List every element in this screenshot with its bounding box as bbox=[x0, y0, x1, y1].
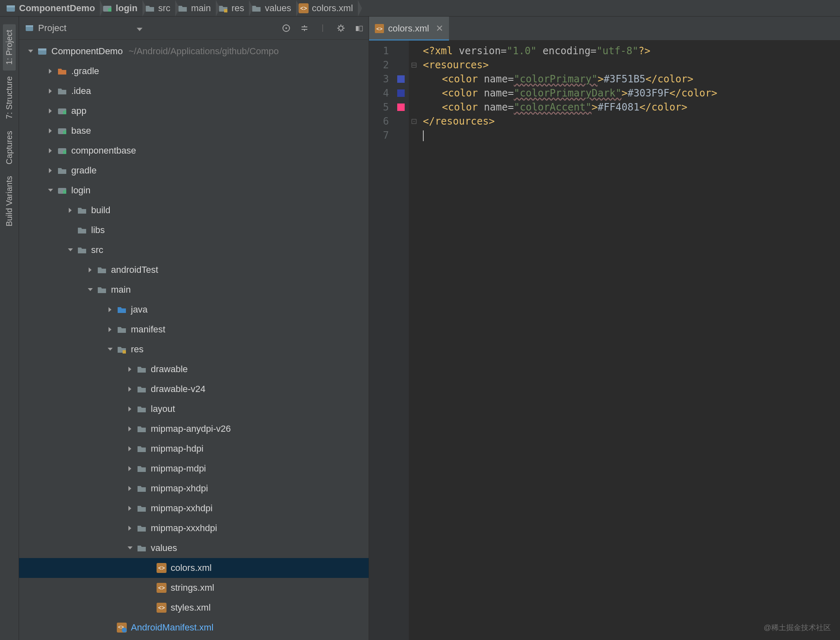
expand-arrow-icon[interactable] bbox=[65, 207, 75, 214]
editor-tab-colors[interactable]: <> colors.xml ✕ bbox=[369, 17, 449, 40]
expand-arrow-icon[interactable] bbox=[46, 128, 56, 134]
target-icon[interactable] bbox=[281, 23, 292, 34]
breadcrumb-item[interactable]: login bbox=[100, 0, 142, 16]
close-icon[interactable]: ✕ bbox=[436, 23, 443, 34]
expand-arrow-icon[interactable] bbox=[46, 167, 56, 174]
tree-node[interactable]: base bbox=[19, 121, 369, 141]
tree-node[interactable]: <>colors.xml bbox=[19, 558, 369, 578]
expand-arrow-icon[interactable] bbox=[46, 108, 56, 114]
tool-tab[interactable]: Captures bbox=[3, 125, 16, 170]
tool-tab[interactable]: 7: Structure bbox=[3, 70, 16, 125]
tool-tab[interactable]: Build Variants bbox=[3, 170, 16, 232]
expand-arrow-icon[interactable] bbox=[125, 525, 135, 532]
expand-arrow-icon[interactable] bbox=[145, 604, 155, 611]
expand-arrow-icon[interactable] bbox=[105, 624, 115, 631]
tool-window-tabs: 1: Project7: StructureCapturesBuild Vari… bbox=[0, 17, 19, 640]
tree-node[interactable]: ComponentDemo~/Android/Applications/gith… bbox=[19, 41, 369, 61]
expand-arrow-icon[interactable] bbox=[26, 48, 36, 55]
color-swatch-icon[interactable] bbox=[397, 103, 405, 111]
tree-node[interactable]: java bbox=[19, 300, 369, 320]
expand-arrow-icon[interactable] bbox=[125, 505, 135, 512]
collapse-all-icon[interactable] bbox=[299, 23, 310, 34]
tree-node[interactable]: mipmap-mdpi bbox=[19, 459, 369, 479]
project-view-selector[interactable]: Project bbox=[38, 23, 142, 34]
expand-arrow-icon[interactable] bbox=[125, 386, 135, 392]
expand-arrow-icon[interactable] bbox=[46, 88, 56, 94]
expand-arrow-icon[interactable] bbox=[125, 366, 135, 373]
tree-node[interactable]: login bbox=[19, 180, 369, 200]
tree-node[interactable]: mipmap-xxxhdpi bbox=[19, 518, 369, 538]
code-content[interactable]: <?xml version="1.0" encoding="utf-8"?> <… bbox=[419, 41, 840, 640]
line-number-gutter[interactable]: 1234567 bbox=[369, 41, 393, 640]
tree-node[interactable]: drawable bbox=[19, 359, 369, 379]
tree-node-label: mipmap-anydpi-v26 bbox=[151, 423, 231, 434]
svg-point-11 bbox=[285, 27, 287, 29]
color-swatch-icon[interactable] bbox=[397, 75, 405, 83]
tree-node[interactable]: .gradle bbox=[19, 61, 369, 81]
expand-arrow-icon[interactable] bbox=[46, 187, 56, 194]
tree-node[interactable]: src bbox=[19, 240, 369, 260]
xml-icon: <> bbox=[157, 583, 167, 593]
folder-icon bbox=[57, 166, 67, 176]
expand-arrow-icon[interactable] bbox=[85, 286, 95, 293]
tree-node-label: ComponentDemo bbox=[51, 46, 123, 57]
project-tree[interactable]: ComponentDemo~/Android/Applications/gith… bbox=[19, 40, 369, 640]
breadcrumb-item[interactable]: ComponentDemo bbox=[3, 0, 100, 16]
hide-panel-icon[interactable] bbox=[354, 23, 364, 34]
folder-icon bbox=[137, 523, 147, 533]
tree-node[interactable]: mipmap-hdpi bbox=[19, 439, 369, 459]
breadcrumb-item[interactable]: <>colors.xml bbox=[296, 0, 358, 16]
expand-arrow-icon[interactable] bbox=[145, 585, 155, 591]
tree-node[interactable]: mipmap-anydpi-v26 bbox=[19, 419, 369, 439]
color-swatch-icon[interactable] bbox=[397, 89, 405, 97]
expand-arrow-icon[interactable] bbox=[125, 545, 135, 551]
expand-arrow-icon[interactable] bbox=[125, 445, 135, 452]
expand-arrow-icon[interactable] bbox=[125, 406, 135, 412]
gear-icon[interactable] bbox=[336, 23, 346, 34]
breadcrumb-item[interactable]: res bbox=[216, 0, 249, 16]
tree-node[interactable]: mipmap-xxhdpi bbox=[19, 498, 369, 518]
tree-node-label: mipmap-hdpi bbox=[151, 443, 203, 454]
expand-arrow-icon[interactable] bbox=[125, 426, 135, 432]
breadcrumb-item[interactable]: main bbox=[175, 0, 216, 16]
tree-node[interactable]: layout bbox=[19, 399, 369, 419]
expand-arrow-icon[interactable] bbox=[46, 68, 56, 75]
tree-node[interactable]: <>AndroidManifest.xml bbox=[19, 618, 369, 638]
tree-node-label: libs bbox=[91, 225, 105, 236]
expand-arrow-icon[interactable] bbox=[65, 227, 75, 233]
gutter-marks[interactable] bbox=[393, 41, 409, 640]
tree-node[interactable]: values bbox=[19, 538, 369, 558]
tree-node[interactable]: main bbox=[19, 280, 369, 300]
tree-node[interactable]: androidTest bbox=[19, 260, 369, 280]
expand-arrow-icon[interactable] bbox=[105, 306, 115, 313]
tree-node[interactable]: build bbox=[19, 200, 369, 220]
tree-node[interactable]: .idea bbox=[19, 81, 369, 101]
fold-open-icon[interactable]: ⊟ bbox=[411, 60, 417, 70]
expand-arrow-icon[interactable] bbox=[46, 147, 56, 154]
expand-arrow-icon[interactable] bbox=[125, 485, 135, 492]
tree-node[interactable]: res bbox=[19, 339, 369, 359]
breadcrumb-item[interactable]: values bbox=[249, 0, 296, 16]
expand-arrow-icon[interactable] bbox=[105, 326, 115, 333]
tree-node[interactable]: manifest bbox=[19, 320, 369, 339]
expand-arrow-icon[interactable] bbox=[65, 247, 75, 253]
tree-node[interactable]: <>styles.xml bbox=[19, 598, 369, 618]
folder-icon bbox=[145, 3, 155, 13]
expand-arrow-icon[interactable] bbox=[85, 267, 95, 273]
tree-node[interactable]: gradle bbox=[19, 161, 369, 180]
expand-arrow-icon[interactable] bbox=[125, 465, 135, 472]
breadcrumb-item[interactable]: src bbox=[142, 0, 175, 16]
tree-node[interactable]: mipmap-xhdpi bbox=[19, 479, 369, 498]
fold-close-icon[interactable]: ⊡ bbox=[411, 117, 417, 126]
tree-node[interactable]: drawable-v24 bbox=[19, 379, 369, 399]
svg-rect-9 bbox=[26, 25, 33, 27]
expand-arrow-icon[interactable] bbox=[145, 565, 155, 571]
tree-node[interactable]: componentbase bbox=[19, 141, 369, 161]
fold-gutter[interactable]: ⊟⊡ bbox=[409, 41, 419, 640]
tool-tab[interactable]: 1: Project bbox=[3, 24, 16, 70]
expand-arrow-icon[interactable] bbox=[105, 346, 115, 353]
tree-node[interactable]: libs bbox=[19, 220, 369, 240]
tree-node-label: colors.xml bbox=[171, 563, 212, 573]
tree-node[interactable]: app bbox=[19, 101, 369, 121]
tree-node[interactable]: <>strings.xml bbox=[19, 578, 369, 598]
